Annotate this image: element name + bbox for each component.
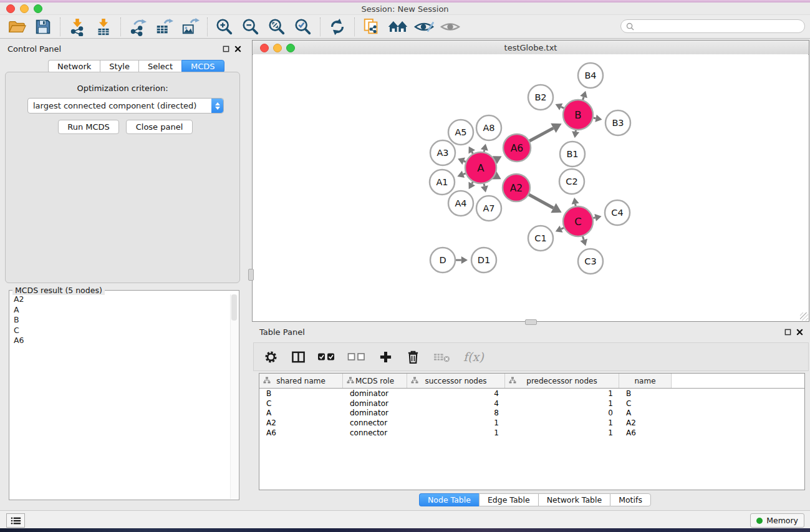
result-item[interactable]: A2: [10, 294, 231, 305]
float-panel-icon[interactable]: [784, 329, 791, 336]
svg-text:D: D: [439, 255, 446, 265]
function-builder-button[interactable]: f(x): [461, 350, 484, 364]
svg-text:B1: B1: [566, 149, 578, 159]
result-scrollbar[interactable]: [230, 294, 238, 499]
tab-network-table[interactable]: Network Table: [538, 493, 610, 506]
show-graphics-icon[interactable]: [411, 16, 437, 38]
select-stepper-icon: [211, 99, 223, 113]
export-network-icon[interactable]: [125, 16, 151, 38]
graph-node-B2[interactable]: B2: [528, 85, 553, 110]
graph-node-B4[interactable]: B4: [578, 63, 603, 88]
table-row[interactable]: Adominator80A: [259, 408, 804, 418]
export-image-icon[interactable]: [177, 16, 203, 38]
criterion-select[interactable]: largest connected component (directed): [27, 98, 224, 114]
graph-node-C3[interactable]: C3: [578, 249, 603, 274]
table-row[interactable]: Cdominator41C: [259, 399, 804, 409]
close-panel-icon[interactable]: [796, 329, 803, 336]
refresh-icon[interactable]: [324, 16, 350, 38]
graph-node-A2[interactable]: A2: [503, 174, 530, 201]
svg-text:A6: A6: [511, 143, 523, 154]
tab-node-table[interactable]: Node Table: [419, 493, 479, 506]
run-mcds-button[interactable]: Run MCDS: [58, 120, 119, 134]
graph-node-B[interactable]: B: [563, 100, 593, 130]
select-all-icon[interactable]: [316, 347, 337, 366]
search-field[interactable]: [620, 19, 805, 33]
splitter-handle-horizontal[interactable]: [525, 319, 537, 325]
criterion-value: largest connected component (directed): [28, 101, 211, 110]
save-icon[interactable]: [30, 16, 56, 38]
zoom-fit-icon[interactable]: [264, 16, 290, 38]
tab-edge-table[interactable]: Edge Table: [479, 493, 538, 506]
tab-motifs[interactable]: Motifs: [610, 493, 651, 506]
zoom-selected-icon[interactable]: [290, 16, 316, 38]
memory-button[interactable]: Memory: [750, 513, 804, 528]
graph-node-C[interactable]: C: [563, 206, 593, 236]
svg-text:C3: C3: [584, 256, 596, 266]
graph-node-A1[interactable]: A1: [430, 170, 455, 195]
table-tabs: Node TableEdge TableNetwork TableMotifs: [419, 493, 651, 506]
graph-node-D1[interactable]: D1: [471, 248, 496, 273]
search-input[interactable]: [634, 21, 804, 31]
result-item[interactable]: A: [10, 305, 231, 316]
graph-node-A8[interactable]: A8: [476, 115, 501, 140]
resize-grip[interactable]: [800, 312, 808, 321]
clone-network-icon[interactable]: [359, 16, 385, 38]
mcds-result-group: MCDS result (5 nodes) A2ABCA6: [9, 290, 239, 500]
float-panel-icon[interactable]: [223, 46, 229, 52]
table-row[interactable]: Bdominator41B: [259, 389, 804, 399]
tab-style[interactable]: Style: [100, 60, 138, 73]
close-panel-button[interactable]: Close panel: [126, 120, 193, 134]
table-row[interactable]: A2connector11A2: [259, 418, 804, 428]
home-icon[interactable]: [385, 16, 411, 38]
import-table-icon[interactable]: [90, 16, 117, 38]
eye-disabled-icon[interactable]: [437, 16, 463, 38]
network-canvas[interactable]: B4B2BB3B1A5A8A6A3AA1A2A4A7C2C4CC1C3DD1: [253, 54, 808, 321]
zoom-out-icon[interactable]: [238, 16, 264, 38]
result-item[interactable]: A6: [10, 336, 231, 346]
tab-network[interactable]: Network: [48, 60, 100, 73]
columns-icon[interactable]: [289, 347, 307, 366]
import-network-icon[interactable]: [64, 16, 90, 38]
graph-node-C2[interactable]: C2: [559, 169, 584, 194]
column-header-shared-name[interactable]: shared name: [259, 374, 343, 388]
splitter-handle-vertical[interactable]: [248, 269, 254, 281]
trash-icon[interactable]: [403, 347, 422, 366]
zoom-in-icon[interactable]: [211, 16, 238, 38]
gear-icon[interactable]: [261, 347, 280, 366]
graph-node-C1[interactable]: C1: [528, 226, 553, 251]
tab-mcds[interactable]: MCDS: [181, 60, 224, 73]
table-toolbar: f(x): [253, 342, 809, 371]
add-icon[interactable]: [376, 347, 395, 366]
graph-node-D[interactable]: D: [430, 248, 455, 273]
graph-node-A5[interactable]: A5: [448, 120, 473, 145]
column-header-mcds-role[interactable]: MCDS role: [343, 374, 407, 388]
graph-node-A7[interactable]: A7: [476, 196, 501, 221]
deselect-all-icon[interactable]: [346, 347, 367, 366]
graph-node-A3[interactable]: A3: [430, 140, 455, 165]
table-header-row: shared nameMCDS rolesuccessor nodesprede…: [259, 374, 804, 389]
column-type-icon: [263, 377, 271, 384]
tab-select[interactable]: Select: [138, 60, 181, 73]
task-history-button[interactable]: [6, 513, 25, 528]
svg-text:A2: A2: [510, 183, 523, 194]
graph-node-A6[interactable]: A6: [503, 134, 531, 162]
graph-node-B3[interactable]: B3: [605, 110, 630, 135]
network-titlebar[interactable]: testGlobe.txt: [253, 41, 809, 55]
delete-table-icon[interactable]: [431, 347, 452, 366]
graph-node-B1[interactable]: B1: [560, 142, 585, 167]
column-header-predecessor-nodes[interactable]: predecessor nodes: [505, 374, 619, 388]
mcds-result-list[interactable]: A2ABCA6: [10, 294, 231, 499]
open-icon[interactable]: [4, 16, 30, 38]
column-header-successor-nodes[interactable]: successor nodes: [407, 374, 505, 388]
graph-node-A4[interactable]: A4: [448, 191, 473, 216]
svg-text:B2: B2: [534, 92, 546, 102]
column-header-name[interactable]: name: [619, 374, 672, 388]
close-panel-icon[interactable]: [234, 46, 241, 52]
export-table-icon[interactable]: [151, 16, 177, 38]
graph-node-C4[interactable]: C4: [605, 200, 630, 225]
result-item[interactable]: B: [10, 315, 231, 326]
main-titlebar: Session: New Session: [0, 2, 810, 15]
table-row[interactable]: A6connector11A6: [259, 428, 804, 438]
result-item[interactable]: C: [10, 326, 231, 336]
graph-node-A[interactable]: A: [465, 152, 496, 183]
